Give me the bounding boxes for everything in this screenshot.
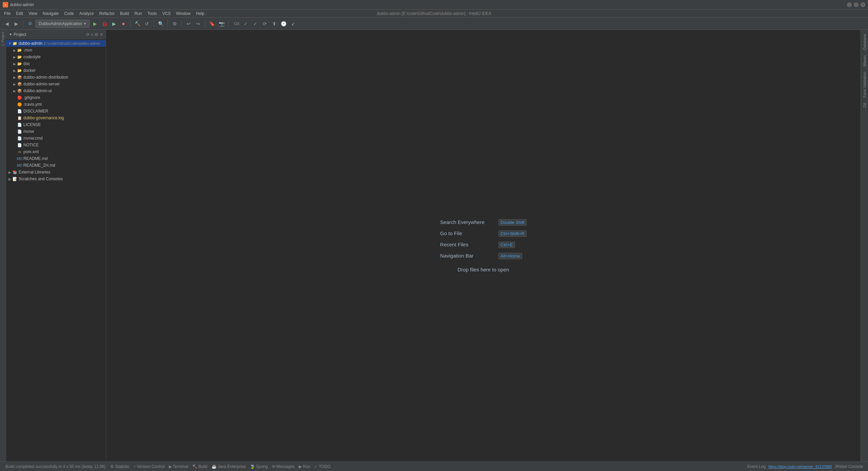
shortcut-ctrl-shift-r[interactable]: Ctrl+Shift+R: [498, 230, 527, 237]
status-terminal[interactable]: ▶ Terminal: [167, 462, 190, 471]
collapse-icon[interactable]: ≡: [91, 32, 93, 37]
git-revert-button[interactable]: ↙: [289, 20, 297, 28]
sidebar-database-label[interactable]: Database: [861, 31, 868, 53]
tree-item-codestyle[interactable]: ▶ 📂 codestyle: [6, 54, 106, 60]
tree-item-disclaimer[interactable]: 📄 DISCLAIMER: [6, 108, 106, 115]
disclaimer-label: DISCLAIMER: [23, 109, 48, 114]
undo-button[interactable]: ↩: [184, 20, 193, 28]
status-java-enterprise[interactable]: ☕ Java Enterprise: [210, 462, 248, 471]
git-commit-button[interactable]: ✓: [251, 20, 259, 28]
tree-item-readme-zh[interactable]: MD README_ZH.md: [6, 162, 106, 169]
status-jrebel-console[interactable]: JRebel Console: [832, 464, 865, 469]
build-message: Build completed successfully in 4 s 55 m…: [3, 464, 108, 469]
close-button[interactable]: ×: [861, 2, 865, 7]
tree-item-travis[interactable]: 🟠 .travis.yml: [6, 101, 106, 108]
tree-item-readme[interactable]: MD README.md: [6, 155, 106, 162]
tree-item-distribution[interactable]: ▶ 📦 dubbo-admin-distribution: [6, 74, 106, 81]
window-controls[interactable]: _ □ ×: [847, 2, 865, 7]
git-history-button[interactable]: 🕑: [280, 20, 288, 28]
redo-button[interactable]: ↪: [194, 20, 202, 28]
sidebar-git-label[interactable]: Git: [861, 100, 868, 110]
tree-item-external-libs[interactable]: ▶ 📚 External Libraries: [6, 169, 106, 176]
menu-build[interactable]: Build: [117, 11, 132, 17]
rebuild-button[interactable]: ↺: [143, 20, 151, 28]
git-update-button[interactable]: ⟳: [261, 20, 269, 28]
minimize-button[interactable]: _: [847, 2, 852, 7]
run-with-coverage-button[interactable]: ▶: [110, 20, 118, 28]
gitignore-icon: 🔴: [17, 95, 22, 100]
bookmark-button[interactable]: 🔖: [208, 20, 216, 28]
forward-button[interactable]: ▶: [12, 20, 20, 28]
menu-code[interactable]: Code: [61, 11, 77, 17]
menu-run[interactable]: Run: [132, 11, 145, 17]
toolbar-separator-4: [167, 20, 168, 27]
menu-file[interactable]: File: [1, 11, 13, 17]
menu-help[interactable]: Help: [193, 11, 207, 17]
sidebar-form-validation-label[interactable]: Form Validation: [861, 69, 868, 100]
tree-item-gitignore[interactable]: 🔴 .gitignore: [6, 94, 106, 101]
editor-area: Search Everywhere Double Shift Go to Fil…: [106, 30, 861, 462]
search-everywhere-button[interactable]: 🔍: [157, 20, 165, 28]
gear-icon[interactable]: ⚙: [95, 32, 98, 37]
status-build[interactable]: 🔨 Build: [190, 462, 210, 471]
menu-tools[interactable]: Tools: [145, 11, 160, 17]
pom-label: pom.xml: [23, 149, 39, 154]
menu-refactor[interactable]: Refactor: [97, 11, 117, 17]
git-check-button[interactable]: ✓: [242, 20, 250, 28]
stop-button[interactable]: ■: [119, 20, 127, 28]
back-button[interactable]: ◀: [3, 20, 11, 28]
tree-item-doc[interactable]: ▶ 📂 doc: [6, 60, 106, 67]
status-spring[interactable]: 🍃 Spring: [248, 462, 270, 471]
tree-item-license[interactable]: 📄 LICENSE: [6, 121, 106, 128]
tree-item-scratches[interactable]: ▶ 📝 Scratches and Consoles: [6, 176, 106, 182]
status-event-log[interactable]: Event Log: [745, 464, 768, 469]
nav-bar-shortcut: Alt+Home: [498, 253, 522, 259]
tree-item-docker[interactable]: ▶ 📂 docker: [6, 67, 106, 74]
menu-window[interactable]: Window: [173, 11, 193, 17]
screenshot-button[interactable]: 📷: [217, 20, 225, 28]
build-button[interactable]: 🔨: [133, 20, 141, 28]
project-panel-label[interactable]: 1: Project: [0, 30, 5, 48]
run-config-dropdown[interactable]: DubboAdminApplication ▼: [36, 20, 90, 28]
folder-icon-codestyle: 📂: [17, 54, 22, 60]
tree-item-mvnw-cmd[interactable]: 📄 mvnw.cmd: [6, 135, 106, 142]
maximize-button[interactable]: □: [854, 2, 859, 7]
tree-item-mvn[interactable]: ▶ 📂 .mvn: [6, 47, 106, 54]
tree-root[interactable]: ▼ 📁 dubbo-admin E:\code\GithubCode\dubbo…: [6, 40, 106, 47]
status-run[interactable]: ▶ Run: [297, 462, 312, 471]
menu-view[interactable]: View: [26, 11, 40, 17]
status-messages[interactable]: ✉ Messages: [270, 462, 297, 471]
tree-item-ui[interactable]: ▶ 📦 dubbo-admin-ui: [6, 87, 106, 94]
tree-item-mvnw[interactable]: 📄 mvnw: [6, 128, 106, 135]
ext-libs-arrow-icon: ▶: [7, 170, 12, 175]
shortcut-ctrl-e[interactable]: Ctrl+E: [498, 242, 515, 248]
menu-edit[interactable]: Edit: [13, 11, 26, 17]
recent-files-label: Recent Files: [440, 242, 494, 247]
close-panel-icon[interactable]: ✕: [100, 32, 103, 37]
status-todo[interactable]: ✓ TODO: [312, 462, 332, 471]
status-statistic[interactable]: ⚙ Statistic: [108, 462, 131, 471]
shortcut-double-shift[interactable]: Double Shift: [498, 219, 527, 226]
sidebar-maven-label[interactable]: Maven: [861, 53, 868, 69]
shortcut-alt-home[interactable]: Alt+Home: [498, 253, 522, 259]
sync-icon[interactable]: ⟳: [86, 32, 90, 37]
status-url[interactable]: https://blog.csdn.net/weixin_42137980: [768, 465, 832, 469]
tree-item-notice[interactable]: 📄 NOTICE: [6, 142, 106, 148]
tree-item-pom[interactable]: m pom.xml: [6, 148, 106, 155]
status-version-control[interactable]: ⑂ Version Control: [132, 462, 167, 471]
tree-item-logfile[interactable]: 📋 dubbo-governance.log: [6, 115, 106, 121]
menu-navigate[interactable]: Navigate: [40, 11, 61, 17]
menu-analyze[interactable]: Analyze: [77, 11, 97, 17]
build-icon: 🔨: [192, 464, 197, 469]
debug-button[interactable]: 🐞: [100, 20, 108, 28]
action-row-nav-bar: Navigation Bar Alt+Home: [440, 253, 527, 259]
menu-vcs[interactable]: VCS: [160, 11, 174, 17]
search-everywhere-shortcut: Double Shift: [498, 219, 527, 225]
todo-icon: ✓: [314, 464, 318, 469]
settings-button[interactable]: ⚙: [171, 20, 179, 28]
vcs-label: Version Control: [137, 464, 165, 469]
git-push-button[interactable]: ⬆: [270, 20, 278, 28]
doc-icon-notice: 📄: [17, 142, 22, 148]
tree-item-server[interactable]: ▶ 📦 dubbo-admin-server: [6, 81, 106, 87]
run-button[interactable]: ▶: [91, 20, 99, 28]
